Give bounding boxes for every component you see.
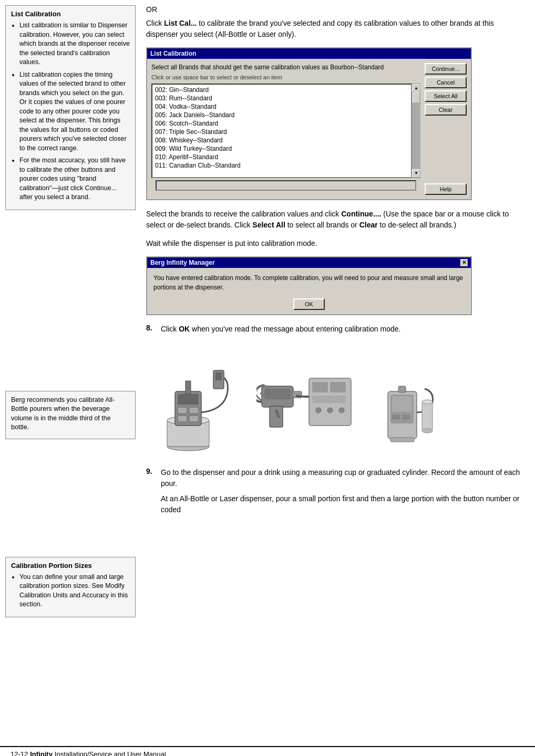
svg-rect-27 xyxy=(402,415,410,420)
list-item: List calibration is similar to Dispenser… xyxy=(19,21,130,67)
list-scrollbar[interactable]: ▲ ▼ xyxy=(412,84,420,178)
step8-bold: OK xyxy=(179,325,190,333)
list-item-0[interactable]: 002: Gin--Standard xyxy=(153,86,410,94)
berg-dialog-title: Berg Infinity Manager xyxy=(150,259,215,266)
svg-rect-8 xyxy=(178,416,187,422)
svg-rect-19 xyxy=(312,396,346,403)
list-item-2[interactable]: 004: Vodka--Standard xyxy=(153,102,410,111)
step8-num: 8. xyxy=(146,324,157,342)
dialog-footer-bar xyxy=(156,180,416,191)
dispenser-1-svg xyxy=(157,349,241,454)
list-item-5[interactable]: 007: Triple Sec--Standard xyxy=(153,128,410,136)
dialog-titlebar: List Calibration xyxy=(147,48,471,59)
dialog-subinstruction: Click or use space bar to select or dese… xyxy=(151,74,420,80)
calibration-portion-list: You can define your small and large cali… xyxy=(11,573,130,609)
berg-dialog-ok-row: OK xyxy=(153,298,465,310)
list-item-7[interactable]: 009: Wild Turkey--Standard xyxy=(153,144,410,153)
desc-bold-3: Clear xyxy=(359,221,378,229)
list-item-4[interactable]: 006: Scotch--Standard xyxy=(153,119,410,128)
list-calibration-sidebar-box: List Calibration List calibration is sim… xyxy=(5,5,136,210)
svg-point-21 xyxy=(327,408,333,413)
scroll-track[interactable] xyxy=(412,92,420,169)
svg-rect-14 xyxy=(270,406,283,427)
desc-text-3: to select all brands or xyxy=(285,221,359,229)
left-column: List Calibration List calibration is sim… xyxy=(0,5,141,736)
desc-text-4: to de-select all brands.) xyxy=(378,221,456,229)
footer-page-num: 12-12 xyxy=(11,750,28,756)
svg-rect-29 xyxy=(390,438,414,442)
step8-rest: when you've read the message about enter… xyxy=(190,325,400,333)
scroll-down-arrow[interactable]: ▼ xyxy=(412,169,420,178)
step9-text2: At an All-Bottle or Laser dispenser, pou… xyxy=(161,493,524,515)
berg-dialog-body: You have entered calibration mode. To co… xyxy=(147,268,471,314)
list-item: You can define your small and large cali… xyxy=(19,573,130,609)
intro-text-part1: Click xyxy=(146,19,164,27)
or-text: OR xyxy=(146,5,524,14)
berg-recommends-text: Berg recommends you calibrate All-Bottle… xyxy=(11,396,130,432)
wait-text: Wait while the dispenser is put into cal… xyxy=(146,238,524,249)
svg-rect-9 xyxy=(189,416,199,422)
berg-dialog: Berg Infinity Manager ✕ You have entered… xyxy=(146,256,472,315)
desc-bold-2: Select All xyxy=(252,221,285,229)
dialog-main: Select all Brands that should get the sa… xyxy=(151,63,420,195)
list-item-3[interactable]: 005: Jack Daniels--Standard xyxy=(153,111,410,119)
scroll-thumb[interactable] xyxy=(413,92,420,103)
list-item: For the most accuracy, you still have to… xyxy=(19,156,130,202)
list-calibration-dialog: List Calibration Select all Brands that … xyxy=(146,47,472,200)
cancel-button[interactable]: Cancel xyxy=(425,77,467,88)
step9-content: Go to the dispenser and pour a drink usi… xyxy=(161,467,524,515)
step9-text: Go to the dispenser and pour a drink usi… xyxy=(161,467,524,489)
dialog-body: Select all Brands that should get the sa… xyxy=(147,59,471,199)
step8-row: 8. Click OK when you've read the message… xyxy=(146,324,524,342)
berg-dialog-titlebar: Berg Infinity Manager ✕ xyxy=(147,257,471,268)
clear-button[interactable]: Clear xyxy=(425,104,467,116)
page-layout: List Calibration List calibration is sim… xyxy=(0,0,535,736)
dialog-listbox[interactable]: 002: Gin--Standard 003: Rum--Standard 00… xyxy=(151,84,412,178)
dialog-instruction: Select all Brands that should get the sa… xyxy=(151,63,420,72)
svg-rect-7 xyxy=(189,407,199,413)
spacer-left-mid xyxy=(5,216,136,385)
dispenser-2 xyxy=(256,349,362,457)
svg-rect-25 xyxy=(392,396,412,412)
intro-paragraph: Click List Cal... to calibrate the brand… xyxy=(146,18,524,40)
intro-bold: List Cal... xyxy=(164,19,197,27)
dialog-title: List Calibration xyxy=(150,50,196,57)
desc-text-1: Select the brands to receive the calibra… xyxy=(146,210,341,218)
list-calibration-sidebar-title: List Calibration xyxy=(11,10,130,18)
calibration-portion-title: Calibration Portion Sizes xyxy=(11,562,130,569)
page-footer: 12-12 Infinity Installation/Service and … xyxy=(0,746,535,756)
continue-button[interactable]: Continue... xyxy=(425,63,467,75)
listbox-area: 002: Gin--Standard 003: Rum--Standard 00… xyxy=(151,84,420,178)
scroll-up-arrow[interactable]: ▲ xyxy=(412,84,420,92)
list-item-6[interactable]: 008: Whiskey--Standard xyxy=(153,136,410,144)
svg-rect-18 xyxy=(330,382,346,392)
list-item-9[interactable]: 011: Canadian Club--Standard xyxy=(153,161,410,170)
calibration-portion-box: Calibration Portion Sizes You can define… xyxy=(5,557,136,617)
svg-rect-11 xyxy=(215,372,222,380)
step8-text: Click OK when you've read the message ab… xyxy=(161,324,400,335)
svg-point-20 xyxy=(316,408,321,413)
svg-rect-6 xyxy=(178,407,187,413)
dispenser-2-svg xyxy=(256,349,362,454)
dispenser-1 xyxy=(157,349,241,457)
help-button[interactable]: Help xyxy=(425,183,467,195)
dispenser-3 xyxy=(377,349,446,457)
dispenser-images xyxy=(157,349,524,457)
desc-paragraph: Select the brands to receive the calibra… xyxy=(146,209,524,231)
berg-dialog-close-button[interactable]: ✕ xyxy=(460,259,468,266)
svg-rect-30 xyxy=(422,402,433,431)
step9-row: 9. Go to the dispenser and pour a drink … xyxy=(146,467,524,515)
spacer-left-bot xyxy=(5,446,136,551)
desc-bold-1: Continue.... xyxy=(341,210,381,218)
svg-rect-28 xyxy=(398,386,406,392)
svg-point-22 xyxy=(339,408,344,413)
svg-rect-26 xyxy=(392,415,400,420)
dialog-footer xyxy=(151,178,420,195)
select-all-button[interactable]: Select All xyxy=(425,90,467,102)
step9-num: 9. xyxy=(146,467,157,515)
berg-ok-button[interactable]: OK xyxy=(293,298,325,310)
list-item: List calibration copies the timing value… xyxy=(19,70,130,153)
list-item-8[interactable]: 010: Aperitif--Standard xyxy=(153,153,410,161)
footer-rest: Installation/Service and User Manual xyxy=(55,750,166,756)
list-item-1[interactable]: 003: Rum--Standard xyxy=(153,94,410,102)
